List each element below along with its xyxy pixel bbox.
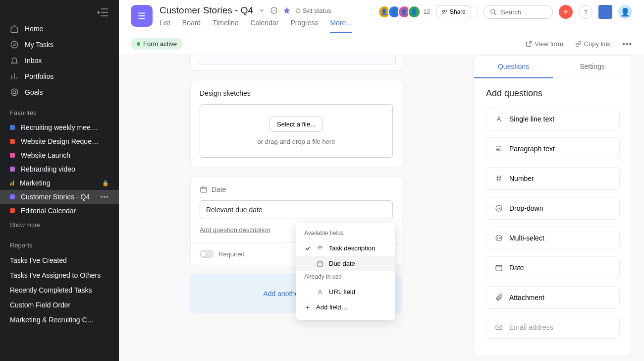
favorite-label: Website Design Reque…	[21, 137, 109, 145]
question-type-label: Attachment	[509, 294, 544, 301]
favorite-item[interactable]: Rebranding video	[0, 162, 119, 176]
favorite-label: Marketing	[20, 179, 96, 187]
search-box[interactable]	[483, 5, 553, 19]
nav-home[interactable]: Home	[0, 21, 119, 37]
nav-goals[interactable]: Goals	[0, 84, 119, 100]
question-type-email[interactable]: Email address	[486, 316, 620, 339]
svg-rect-12	[496, 265, 502, 271]
question-type-number[interactable]: Number	[486, 167, 620, 190]
user-avatar[interactable]: 👤	[618, 5, 632, 19]
plus-icon	[304, 304, 311, 310]
panel-tab-questions[interactable]: Questions	[474, 56, 553, 78]
question-type-multiselect[interactable]: Multi-select	[486, 227, 620, 249]
report-item[interactable]: Tasks I've Created	[0, 253, 119, 268]
nav-inbox[interactable]: Inbox	[0, 53, 119, 68]
report-item[interactable]: Tasks I've Assigned to Others	[0, 268, 119, 283]
sidebar: Home My Tasks Inbox Portfolios Goals Fav…	[0, 0, 119, 361]
report-item[interactable]: Custom Field Order	[0, 298, 119, 312]
form-status-badge[interactable]: Form active	[131, 38, 183, 50]
project-color-dot	[10, 194, 15, 199]
status-dot-icon	[296, 8, 300, 13]
panel-tab-settings[interactable]: Settings	[553, 56, 632, 78]
question-type-single-line[interactable]: Single line text	[486, 108, 620, 130]
text-icon	[316, 289, 324, 296]
question-type-dropdown[interactable]: Drop-down	[486, 197, 620, 220]
paragraph-icon	[494, 145, 503, 153]
chevron-down-icon[interactable]	[258, 7, 265, 14]
reports-header: Reports	[0, 233, 119, 253]
dropdown-icon	[494, 204, 503, 212]
report-item[interactable]: Marketing & Recruiting C…	[0, 312, 119, 327]
info-icon[interactable]	[270, 6, 278, 14]
question-type-label: Email address	[509, 323, 553, 331]
tab-more[interactable]: More...	[330, 19, 352, 33]
select-file-button[interactable]: Select a file...	[269, 117, 323, 132]
question-type-paragraph[interactable]: Paragraph text	[486, 137, 620, 160]
report-item[interactable]: Recently Completed Tasks	[0, 283, 119, 298]
sidebar-collapse-icon[interactable]	[97, 8, 109, 17]
global-add-button[interactable]: +	[559, 5, 573, 19]
tab-list[interactable]: List	[160, 19, 170, 33]
question-types-panel: Questions Settings Add questions Single …	[474, 55, 632, 356]
question-type-label: Number	[509, 175, 534, 182]
set-status-button[interactable]: Set status	[296, 7, 331, 14]
more-icon[interactable]: •••	[100, 193, 109, 201]
favorite-item[interactable]: Website Launch	[0, 148, 119, 162]
tab-board[interactable]: Board	[182, 19, 201, 33]
panel-body: Add questions Single line text Paragraph…	[474, 78, 632, 356]
search-input[interactable]	[501, 8, 546, 16]
share-label: Share	[450, 8, 466, 15]
main: Customer Stories - Q4 Set status List Bo…	[119, 0, 644, 361]
favorite-label: Rebranding video	[21, 165, 109, 173]
share-button[interactable]: Share	[436, 5, 471, 18]
status-dot-icon	[137, 42, 140, 46]
question-title-input[interactable]	[200, 200, 393, 219]
text-icon	[494, 115, 503, 123]
tab-calendar[interactable]: Calendar	[251, 19, 279, 33]
star-icon[interactable]	[283, 6, 291, 14]
question-type-date[interactable]: Date	[486, 256, 620, 279]
more-actions-icon[interactable]: •••	[622, 40, 632, 49]
favorite-item[interactable]: Recruiting weekly mee…	[0, 120, 119, 134]
favorite-item[interactable]: Website Design Reque…	[0, 134, 119, 148]
svg-rect-7	[318, 261, 323, 266]
help-button[interactable]: ?	[579, 5, 592, 19]
nav-label: My Tasks	[25, 41, 54, 49]
panel-tabs: Questions Settings	[474, 56, 632, 78]
favorite-label: Website Launch	[21, 151, 109, 159]
search-icon	[490, 8, 497, 15]
copy-link-button[interactable]: Copy link	[575, 40, 610, 48]
nav-portfolios[interactable]: Portfolios	[0, 68, 119, 84]
question-card[interactable]: Design sketches Select a file... or drag…	[190, 80, 402, 167]
svg-point-4	[442, 10, 444, 12]
project-tabs: List Board Timeline Calendar Progress Mo…	[160, 19, 374, 33]
question-type-attachment[interactable]: Attachment	[486, 286, 620, 309]
tab-timeline[interactable]: Timeline	[213, 19, 238, 33]
nav-mytasks[interactable]: My Tasks	[0, 37, 119, 53]
project-icon[interactable]	[131, 5, 153, 27]
required-toggle[interactable]	[200, 250, 214, 258]
required-label: Required	[218, 250, 245, 258]
popover-label: Task description	[329, 244, 375, 252]
question-card[interactable]	[190, 55, 402, 71]
upgrade-button[interactable]	[598, 5, 612, 19]
popover-label: URL field	[329, 288, 355, 296]
popover-item-task-description[interactable]: Task description	[296, 241, 395, 256]
favorites-header: Favorites	[0, 100, 119, 120]
member-avatars[interactable]: 👤 👤 👤 👤 12	[381, 5, 430, 18]
show-more-link[interactable]: Show more	[0, 218, 119, 233]
favorite-item[interactable]: Editorial Calendar	[0, 204, 119, 218]
tab-progress[interactable]: Progress	[290, 19, 318, 33]
view-form-link[interactable]: View form	[526, 40, 563, 48]
popover-add-field[interactable]: Add field…	[296, 300, 395, 315]
panel-title: Add questions	[486, 88, 620, 99]
nav-label: Home	[25, 25, 43, 33]
question-type-label: Date	[509, 264, 524, 272]
favorite-item-active[interactable]: Customer Stories - Q4 •••	[0, 190, 119, 204]
avatar: 👤	[408, 5, 421, 18]
favorite-item[interactable]: Marketing 🔒	[0, 176, 119, 190]
popover-item-due-date[interactable]: Due date	[296, 256, 395, 271]
popover-item-url-field[interactable]: URL field	[296, 284, 395, 300]
sub-actions: View form Copy link •••	[526, 40, 632, 49]
file-dropzone[interactable]: Select a file... or drag and drop a file…	[200, 104, 393, 158]
